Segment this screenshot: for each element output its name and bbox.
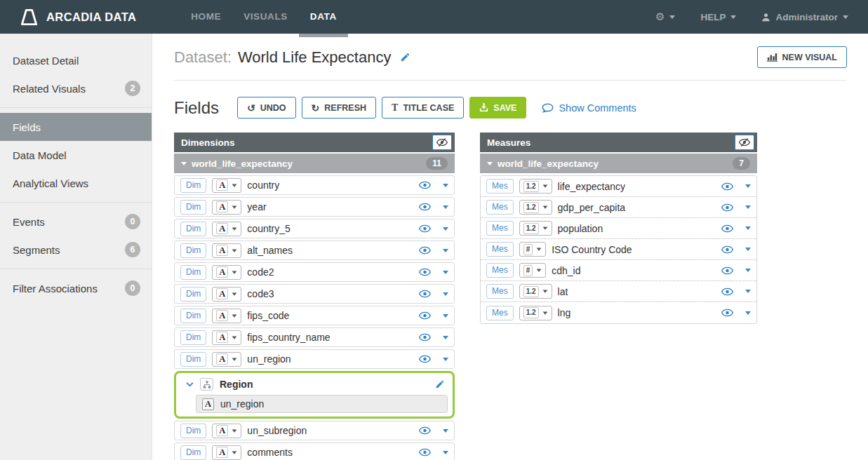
field-type-dropdown[interactable]: 1.2 xyxy=(519,284,552,299)
field-type-dropdown[interactable]: A xyxy=(212,178,241,193)
visibility-eye-icon[interactable] xyxy=(419,246,431,255)
field-menu-chevron-icon[interactable] xyxy=(745,226,751,230)
dimensions-table-group-header[interactable]: world_life_expectancy 11 xyxy=(174,154,455,173)
tab-visuals[interactable]: VISUALS xyxy=(232,0,299,34)
user-menu[interactable]: Administrator xyxy=(761,12,848,22)
measures-table-group-header[interactable]: world_life_expectancy 7 xyxy=(480,154,757,173)
field-name: comments xyxy=(247,447,293,458)
visibility-eye-icon[interactable] xyxy=(721,288,733,296)
field-menu-chevron-icon[interactable] xyxy=(745,184,751,188)
title-case-button[interactable]: T TITLE CASE xyxy=(382,97,464,119)
dimension-field-row: Dim A un_region xyxy=(174,349,455,369)
field-type-dropdown[interactable]: # xyxy=(519,263,547,278)
save-button[interactable]: SAVE xyxy=(469,97,526,119)
field-type-dropdown[interactable]: 1.2 xyxy=(519,306,552,320)
count-badge: 2 xyxy=(125,81,140,96)
field-menu-chevron-icon[interactable] xyxy=(443,271,448,274)
visibility-eye-icon[interactable] xyxy=(419,355,431,363)
field-type-dropdown[interactable]: A xyxy=(212,222,241,236)
decimal-type-icon: 1.2 xyxy=(523,286,539,297)
chevron-down-icon xyxy=(232,227,237,230)
new-visual-button[interactable]: NEW VISUAL xyxy=(757,46,847,68)
chevron-down-icon xyxy=(232,271,237,273)
visibility-eye-icon[interactable] xyxy=(721,203,733,212)
field-menu-chevron-icon[interactable] xyxy=(443,429,448,433)
field-type-dropdown[interactable]: A xyxy=(212,243,241,258)
field-type-dropdown[interactable]: 1.2 xyxy=(519,179,552,194)
sidebar-item-segments[interactable]: Segments 6 xyxy=(0,236,152,264)
refresh-button[interactable]: ↻ REFRESH xyxy=(302,97,376,119)
visibility-eye-icon[interactable] xyxy=(419,290,431,298)
field-menu-chevron-icon[interactable] xyxy=(443,314,448,318)
sidebar-item-dataset-detail[interactable]: Dataset Detail xyxy=(0,46,152,74)
tab-data[interactable]: DATA xyxy=(299,0,348,34)
field-type-dropdown[interactable]: A xyxy=(212,287,241,302)
visibility-eye-icon[interactable] xyxy=(419,448,431,456)
fields-title: Fields xyxy=(174,98,219,118)
visibility-eye-icon[interactable] xyxy=(419,333,431,341)
field-type-dropdown[interactable]: A xyxy=(212,445,241,460)
visibility-eye-icon[interactable] xyxy=(419,203,431,211)
decimal-type-icon: 1.2 xyxy=(523,307,539,318)
download-save-icon xyxy=(479,103,488,112)
count-badge: 6 xyxy=(125,242,140,257)
visibility-eye-icon[interactable] xyxy=(721,182,733,191)
field-type-dropdown[interactable]: A xyxy=(212,424,241,438)
toggle-visibility-eye-off-button[interactable] xyxy=(735,135,754,150)
collapse-chevron-icon[interactable] xyxy=(186,381,194,387)
field-menu-chevron-icon[interactable] xyxy=(443,336,448,339)
field-type-dropdown[interactable]: A xyxy=(212,330,241,345)
field-menu-chevron-icon[interactable] xyxy=(443,358,448,361)
settings-menu[interactable]: ⚙ xyxy=(655,11,675,23)
visibility-eye-icon[interactable] xyxy=(721,266,733,275)
edit-dataset-name-pencil-icon[interactable] xyxy=(400,52,410,62)
sidebar-item-related-visuals[interactable]: Related Visuals 2 xyxy=(0,74,152,102)
field-menu-chevron-icon[interactable] xyxy=(443,249,448,252)
visibility-eye-icon[interactable] xyxy=(419,268,431,276)
field-type-dropdown[interactable]: A xyxy=(212,200,241,215)
undo-button[interactable]: ↺ UNDO xyxy=(237,97,296,119)
field-menu-chevron-icon[interactable] xyxy=(443,451,448,454)
visibility-eye-icon[interactable] xyxy=(721,224,733,233)
region-group-child-row[interactable]: A un_region xyxy=(196,395,448,413)
sidebar-item-events[interactable]: Events 0 xyxy=(0,208,152,236)
field-menu-chevron-icon[interactable] xyxy=(745,205,751,209)
dim-kind-badge: Dim xyxy=(180,445,206,460)
tab-home[interactable]: HOME xyxy=(180,0,232,34)
string-type-icon: A xyxy=(216,425,228,436)
visibility-eye-icon[interactable] xyxy=(419,311,431,320)
brand[interactable]: ARCADIA DATA xyxy=(20,8,136,27)
field-menu-chevron-icon[interactable] xyxy=(443,292,448,296)
field-type-dropdown[interactable]: 1.2 xyxy=(519,200,552,215)
highlighted-region-group: Region A un_region xyxy=(174,371,455,419)
field-type-dropdown[interactable]: 1.2 xyxy=(519,221,552,236)
sidebar-item-data-model[interactable]: Data Model xyxy=(0,141,152,169)
visibility-eye-icon[interactable] xyxy=(419,224,431,233)
show-comments-label: Show Comments xyxy=(559,102,636,114)
field-type-dropdown[interactable]: # xyxy=(519,242,547,257)
field-type-dropdown[interactable]: A xyxy=(212,309,241,323)
toggle-visibility-eye-off-button[interactable] xyxy=(432,135,452,150)
visibility-eye-icon[interactable] xyxy=(721,245,733,254)
field-type-dropdown[interactable]: A xyxy=(212,352,241,367)
field-menu-chevron-icon[interactable] xyxy=(745,311,751,315)
field-menu-chevron-icon[interactable] xyxy=(443,184,448,187)
sidebar-item-label: Fields xyxy=(13,121,41,133)
edit-group-pencil-icon[interactable] xyxy=(435,379,445,389)
mes-kind-badge: Mes xyxy=(486,306,514,320)
field-menu-chevron-icon[interactable] xyxy=(745,290,751,293)
field-menu-chevron-icon[interactable] xyxy=(443,205,448,209)
sidebar-item-analytical-views[interactable]: Analytical Views xyxy=(0,169,152,197)
field-menu-chevron-icon[interactable] xyxy=(745,248,751,251)
visibility-eye-icon[interactable] xyxy=(721,309,733,317)
sidebar-item-filter-associations[interactable]: Filter Associations 0 xyxy=(0,274,152,302)
field-type-dropdown[interactable]: A xyxy=(212,265,241,280)
field-menu-chevron-icon[interactable] xyxy=(443,227,448,231)
field-menu-chevron-icon[interactable] xyxy=(745,269,751,272)
visibility-eye-icon[interactable] xyxy=(419,426,431,435)
help-menu[interactable]: HELP xyxy=(700,12,736,22)
string-type-icon: A xyxy=(216,447,228,458)
visibility-eye-icon[interactable] xyxy=(419,181,431,189)
sidebar-item-fields[interactable]: Fields xyxy=(0,113,152,141)
show-comments-link[interactable]: Show Comments xyxy=(542,102,636,114)
